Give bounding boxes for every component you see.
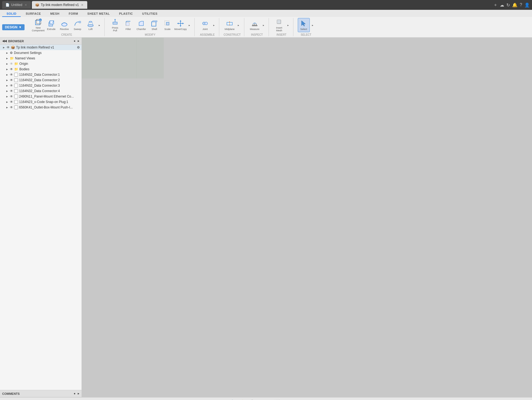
cloud-icon[interactable]: ☁ [500, 2, 504, 8]
press-pull-button[interactable]: Press Pull [109, 18, 121, 32]
comp3-arrow[interactable] [5, 84, 9, 87]
user-avatar[interactable]: 👤 [524, 2, 530, 8]
doc-settings-icon: ⚙ [10, 51, 13, 55]
sidebar: ◀◀ BROWSER ● ▸ 👁 📦 Tp link modem Refined… [0, 38, 82, 397]
tab-close-tplink[interactable]: ✕ [80, 3, 84, 7]
tab-close-untitled[interactable]: ✕ [24, 3, 28, 7]
browser-resize-icon[interactable]: ▸ [78, 39, 79, 43]
construct-more-button[interactable]: ▸ [237, 24, 240, 27]
tab-untitled[interactable]: 📄 Untitled ✕ [2, 1, 31, 9]
comp7-visible-icon[interactable]: 👁 [10, 105, 13, 109]
extrude-button[interactable]: Extrude [45, 18, 57, 32]
chamfer-button[interactable]: Chamfer [135, 18, 147, 32]
notification-icon[interactable]: 🔔 [512, 2, 518, 8]
shell-button[interactable]: Shell [148, 18, 160, 32]
origin-arrow[interactable] [5, 62, 9, 65]
fillet-button[interactable]: Fillet [122, 18, 134, 32]
comments-section: COMMENTS ● ▸ [0, 390, 82, 397]
tree-item-origin[interactable]: 👁 📁 Origin [0, 61, 82, 66]
assemble-more-button[interactable]: ▸ [212, 24, 216, 27]
select-more-button[interactable]: ▸ [311, 24, 314, 27]
select-button[interactable]: Select [298, 18, 310, 32]
tab-utilities[interactable]: UTILITIES [138, 11, 162, 17]
tree-item-comp1[interactable]: 👁 1164N32_Data Connector:1 [0, 72, 82, 77]
midplane-button[interactable]: Midplane [224, 18, 236, 32]
comp3-visible-icon[interactable]: 👁 [10, 84, 13, 87]
insert-mesh-button[interactable]: Insert Mesh [273, 18, 285, 32]
tab-form[interactable]: FORM [64, 11, 82, 17]
svg-rect-0 [35, 20, 40, 25]
design-button[interactable]: DESIGN ▼ [2, 24, 25, 30]
root-visible-icon[interactable]: 👁 [7, 46, 10, 49]
tree-item-comp2[interactable]: 👁 1164N32_Data Connector:2 [0, 77, 82, 83]
comp3-checkbox[interactable] [14, 84, 18, 87]
comp6-arrow[interactable] [5, 100, 9, 104]
bodies-arrow[interactable] [5, 68, 9, 71]
new-component-button[interactable]: + New Component [32, 18, 44, 32]
measure-button[interactable]: Measure [249, 18, 261, 32]
comp4-checkbox[interactable] [14, 89, 18, 93]
root-settings-icon[interactable]: ⚙ [77, 46, 80, 49]
root-icon: 📦 [11, 46, 15, 49]
comp5-arrow[interactable] [5, 95, 9, 98]
comp4-arrow[interactable] [5, 89, 9, 93]
inspect-more-button[interactable]: ▸ [262, 24, 265, 27]
comp2-label: 1164N32_Data Connector:2 [19, 78, 80, 82]
assemble-group: Joint ▸ ASSEMBLE [196, 18, 219, 36]
tree-item-comp5[interactable]: 👁 2490N11_Panel-Mount Ethernet Co... [0, 94, 82, 99]
comp7-checkbox[interactable] [14, 105, 18, 109]
comp1-checkbox[interactable] [14, 73, 18, 77]
comp1-label: 1164N32_Data Connector:1 [19, 73, 80, 77]
comp2-arrow[interactable] [5, 78, 9, 82]
comp1-arrow[interactable] [5, 73, 9, 76]
modify-more-button[interactable]: ▸ [188, 24, 191, 27]
tab-surface[interactable]: SURFACE [21, 11, 45, 17]
tree-item-comp6[interactable]: 👁 1164N23_x-Code Snap-on Plug:1 [0, 99, 82, 105]
comments-resize-icon[interactable]: ▸ [78, 392, 79, 395]
comp6-visible-icon[interactable]: 👁 [10, 100, 13, 104]
tab-solid[interactable]: SOLID [2, 11, 21, 17]
browser-options-icon[interactable]: ● [74, 39, 76, 43]
comp5-checkbox[interactable] [14, 95, 18, 98]
comp2-visible-icon[interactable]: 👁 [10, 78, 13, 82]
tree-item-doc-settings[interactable]: ⚙ Document Settings [0, 50, 82, 56]
scale-button[interactable]: Scale [161, 18, 173, 32]
tab-mesh[interactable]: MESH [46, 11, 64, 17]
select-label: SELECT [298, 33, 314, 36]
tree-item-comp4[interactable]: 👁 1164N32_Data Connector:4 [0, 88, 82, 94]
viewport[interactable]: tp-link BACK [82, 38, 532, 397]
comments-options-icon[interactable]: ● [74, 392, 76, 395]
bodies-visible-icon[interactable]: 👁 [10, 67, 13, 71]
tree-item-named-views[interactable]: 📁 Named Views [0, 56, 82, 61]
root-arrow[interactable] [2, 46, 5, 49]
comp4-visible-icon[interactable]: 👁 [10, 89, 13, 93]
sweep-button[interactable]: Sweep [71, 18, 83, 32]
comp6-checkbox[interactable] [14, 100, 18, 104]
doc-settings-arrow[interactable] [5, 51, 9, 54]
create-more-button[interactable]: ▸ [98, 24, 101, 27]
comp7-arrow[interactable] [5, 106, 9, 109]
sync-icon[interactable]: ↻ [506, 2, 510, 8]
new-tab-button[interactable]: ＋ [493, 2, 498, 8]
tab-tplink[interactable]: 📦 Tp link modem Refined v1 ✕ [32, 1, 87, 9]
move-button[interactable]: Move/Copy [175, 18, 187, 32]
origin-visible-icon[interactable]: 👁 [10, 62, 13, 66]
tab-plastic[interactable]: PLASTIC [115, 11, 137, 17]
tree-item-bodies[interactable]: 👁 📁 Bodies [0, 66, 82, 72]
revolve-button[interactable]: Revolve [58, 18, 70, 32]
tree-item-comp7[interactable]: 👁 6560K41_Outlet-Box-Mount Push-I... [0, 105, 82, 110]
help-icon[interactable]: ? [520, 2, 522, 7]
comp2-checkbox[interactable] [14, 78, 18, 82]
joint-button[interactable]: Joint [199, 18, 211, 32]
svg-marker-28 [180, 25, 181, 27]
named-views-arrow[interactable] [5, 57, 9, 60]
tab-bar: 📄 Untitled ✕ 📦 Tp link modem Refined v1 … [0, 0, 532, 10]
loft-button[interactable]: Loft [85, 18, 97, 32]
comp1-visible-icon[interactable]: 👁 [10, 73, 13, 77]
browser-collapse-icon[interactable]: ◀◀ [2, 39, 7, 43]
tab-sheet-metal[interactable]: SHEET METAL [83, 11, 114, 17]
tree-root[interactable]: 👁 📦 Tp link modem Refined v1 ⚙ [0, 45, 82, 50]
insert-more-button[interactable]: ▸ [286, 24, 290, 27]
tree-item-comp3[interactable]: 👁 1164N32_Data Connector:3 [0, 83, 82, 88]
comp5-visible-icon[interactable]: 👁 [10, 95, 13, 98]
